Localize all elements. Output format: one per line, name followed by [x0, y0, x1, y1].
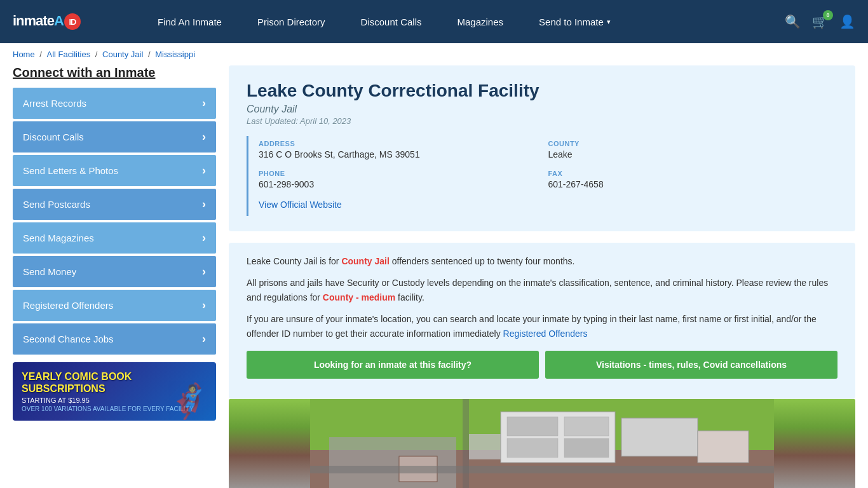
aerial-svg [229, 399, 855, 488]
breadcrumb: Home / All Facilities / County Jail / Mi… [0, 43, 868, 65]
fax-value: 601-267-4658 [548, 179, 838, 189]
header: inmateA ID Find An Inmate Prison Directo… [0, 0, 868, 43]
county-jail-link[interactable]: County Jail [341, 256, 389, 266]
visitations-btn[interactable]: Visitations - times, rules, Covid cancel… [545, 351, 837, 379]
phone-label: PHONE [259, 170, 548, 177]
description-paragraph-2: All prisons and jails have Security or C… [247, 276, 837, 304]
chevron-right-icon-1: › [202, 130, 206, 144]
sidebar-item-send-magazines[interactable]: Send Magazines › [13, 222, 216, 254]
logo-area: inmateA ID [13, 13, 121, 30]
breadcrumb-mississippi[interactable]: Mississippi [155, 50, 195, 59]
main-container: Connect with an Inmate Arrest Records › … [0, 65, 868, 488]
nav-magazines[interactable]: Magazines [439, 0, 521, 43]
sidebar-item-arrest-records[interactable]: Arrest Records › [13, 88, 216, 119]
county-block: COUNTY Leake [548, 136, 838, 166]
description-area: Leake County Jail is for County Jail off… [229, 243, 855, 399]
facility-info-grid: ADDRESS 316 C O Brooks St, Carthage, MS … [247, 136, 837, 216]
sidebar: Connect with an Inmate Arrest Records › … [13, 65, 216, 488]
sidebar-item-registered-offenders[interactable]: Registered Offenders › [13, 290, 216, 321]
description-paragraph-3: If you are unsure of your inmate's locat… [247, 312, 837, 341]
official-website-link[interactable]: View Official Website [259, 200, 342, 210]
svg-text:ID: ID [69, 17, 77, 27]
sidebar-item-send-letters[interactable]: Send Letters & Photos › [13, 155, 216, 186]
address-block: ADDRESS 316 C O Brooks St, Carthage, MS … [259, 136, 548, 166]
breadcrumb-home[interactable]: Home [13, 50, 35, 59]
sidebar-menu: Arrest Records › Discount Calls › Send L… [13, 88, 216, 355]
nav-find-inmate[interactable]: Find An Inmate [140, 0, 240, 43]
action-buttons: Looking for an inmate at this facility? … [247, 351, 837, 379]
chevron-right-icon-7: › [202, 332, 206, 346]
sidebar-label-discount-calls: Discount Calls [23, 132, 84, 142]
facility-last-updated: Last Updated: April 10, 2023 [247, 116, 837, 126]
chevron-right-icon-4: › [202, 231, 206, 245]
header-icons: 🔍 🛒 0 👤 [785, 14, 855, 29]
search-icon[interactable]: 🔍 [785, 14, 801, 29]
facility-card: Leake County Correctional Facility Count… [229, 65, 855, 231]
chevron-right-icon-2: › [202, 164, 206, 177]
county-value: Leake [548, 149, 838, 159]
sidebar-item-second-chance-jobs[interactable]: Second Chance Jobs › [13, 323, 216, 355]
svg-rect-7 [621, 418, 698, 456]
breadcrumb-all-facilities[interactable]: All Facilities [47, 50, 91, 59]
svg-rect-14 [310, 466, 774, 473]
fax-label: FAX [548, 170, 838, 177]
sidebar-label-second-chance-jobs: Second Chance Jobs [23, 334, 114, 344]
cart-icon[interactable]: 🛒 0 [812, 14, 828, 29]
svg-rect-9 [564, 417, 609, 436]
sidebar-label-send-money: Send Money [23, 266, 76, 277]
sidebar-label-send-postcards: Send Postcards [23, 199, 90, 210]
address-value: 316 C O Brooks St, Carthage, MS 39051 [259, 149, 548, 159]
description-paragraph-1: Leake County Jail is for County Jail off… [247, 254, 837, 268]
sidebar-item-send-money[interactable]: Send Money › [13, 256, 216, 287]
svg-rect-13 [698, 431, 749, 463]
aerial-facility-image [229, 399, 855, 488]
svg-rect-11 [564, 438, 609, 458]
svg-rect-10 [507, 438, 558, 458]
sidebar-label-send-letters: Send Letters & Photos [23, 165, 118, 176]
find-inmate-btn[interactable]: Looking for an inmate at this facility? [247, 351, 539, 379]
logo-icon: ID [64, 13, 81, 30]
svg-rect-8 [507, 417, 558, 436]
chevron-right-icon-0: › [202, 97, 206, 110]
logo[interactable]: inmateA ID [13, 13, 81, 30]
ad-hero-icon: 🦸 [168, 382, 210, 421]
chevron-right-icon-5: › [202, 265, 206, 278]
sidebar-item-discount-calls[interactable]: Discount Calls › [13, 121, 216, 152]
nav-send-to-inmate[interactable]: Send to Inmate ▾ [521, 0, 628, 43]
sidebar-advertisement[interactable]: YEARLY COMIC BOOKSUBSCRIPTIONS STARTING … [13, 362, 216, 421]
chevron-right-icon-6: › [202, 299, 206, 312]
user-icon[interactable]: 👤 [839, 14, 855, 29]
sidebar-label-send-magazines: Send Magazines [23, 233, 94, 243]
county-label: COUNTY [548, 140, 838, 147]
phone-block: PHONE 601-298-9003 [259, 166, 548, 196]
cart-badge: 0 [823, 10, 833, 20]
svg-rect-15 [463, 399, 469, 488]
county-medium-link[interactable]: County - medium [323, 292, 395, 302]
official-website-row: View Official Website [259, 196, 837, 216]
sidebar-label-arrest-records: Arrest Records [23, 98, 86, 109]
sidebar-title: Connect with an Inmate [13, 65, 216, 80]
phone-value: 601-298-9003 [259, 179, 548, 189]
fax-block: FAX 601-267-4658 [548, 166, 838, 196]
breadcrumb-county-jail[interactable]: County Jail [102, 50, 143, 59]
nav-discount-calls[interactable]: Discount Calls [343, 0, 440, 43]
address-label: ADDRESS [259, 140, 548, 147]
chevron-right-icon-3: › [202, 198, 206, 211]
main-content: Leake County Correctional Facility Count… [229, 65, 855, 488]
dropdown-arrow-icon: ▾ [607, 18, 611, 26]
sidebar-item-send-postcards[interactable]: Send Postcards › [13, 189, 216, 220]
registered-offenders-link[interactable]: Registered Offenders [503, 329, 588, 339]
facility-type: County Jail [247, 104, 837, 115]
nav-prison-directory[interactable]: Prison Directory [240, 0, 343, 43]
sidebar-label-registered-offenders: Registered Offenders [23, 300, 113, 311]
facility-name: Leake County Correctional Facility [247, 81, 837, 101]
main-nav: Find An Inmate Prison Directory Discount… [140, 0, 766, 43]
